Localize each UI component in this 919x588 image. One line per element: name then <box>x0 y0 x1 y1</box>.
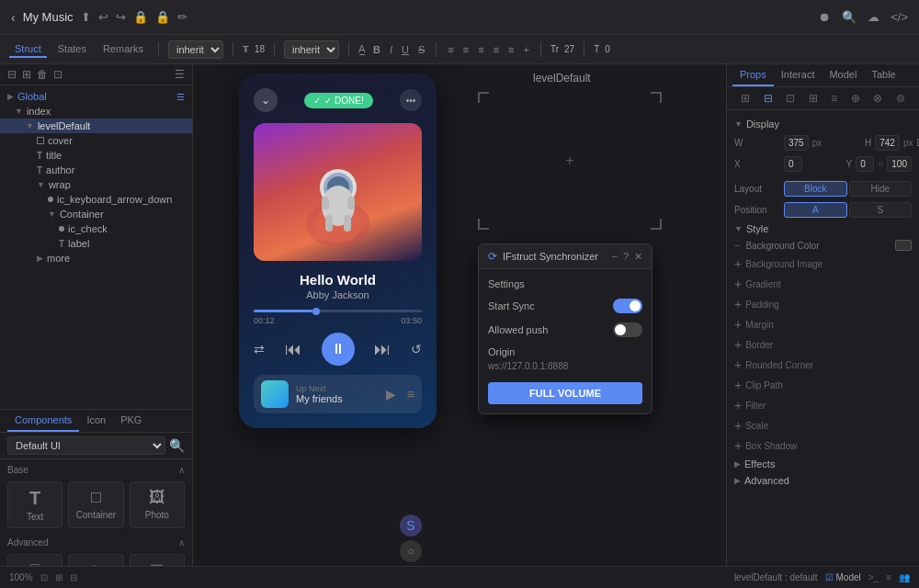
tree-item-global[interactable]: ▶ Global ☰ <box>0 89 192 104</box>
tab-interact[interactable]: Interact <box>774 64 823 86</box>
color-icon[interactable]: A̲ <box>358 43 366 55</box>
layout-block-btn[interactable]: Block <box>784 181 847 197</box>
tree-item-wrap[interactable]: ▼ wrap <box>0 177 192 192</box>
player-menu-button[interactable]: ••• <box>400 89 422 111</box>
close-button[interactable]: ✕ <box>634 251 642 263</box>
align-right-button[interactable]: ≡ <box>476 44 485 55</box>
align-mid-icon[interactable]: ≡ <box>831 92 837 105</box>
dist-h-icon[interactable]: ⊗ <box>873 92 882 105</box>
scale-row[interactable]: + Scale <box>727 415 919 435</box>
tab-table[interactable]: Table <box>864 64 902 86</box>
padding-row[interactable]: + Padding <box>727 294 919 314</box>
group-icon[interactable]: ⊞ <box>22 68 31 81</box>
tab-model[interactable]: Model <box>822 64 864 86</box>
layers-icon[interactable]: ⊟ <box>7 68 17 81</box>
tab-components[interactable]: Components <box>7 410 79 432</box>
comp-photo[interactable]: 🖼 Photo <box>130 481 185 528</box>
tab-icon[interactable]: Icon <box>79 410 113 432</box>
upload-icon[interactable]: ⬆ <box>81 10 91 24</box>
help-button[interactable]: ? <box>623 251 629 262</box>
x-input[interactable]: 0 <box>784 156 802 172</box>
s-icon-button[interactable]: S <box>400 514 422 537</box>
progress-bar[interactable] <box>254 310 422 312</box>
grid-icon[interactable]: ⊟ <box>70 572 77 582</box>
tree-item-ic-check[interactable]: ic_check <box>0 221 192 236</box>
tab-remarks[interactable]: Remarks <box>97 41 149 58</box>
edit-icon[interactable]: ✏ <box>177 10 187 24</box>
align-left-button[interactable]: ≡ <box>446 44 455 55</box>
align-left-icon[interactable]: ⊞ <box>741 92 750 105</box>
prev-button[interactable]: ⏮ <box>285 340 301 359</box>
align-top-icon[interactable]: ⊞ <box>809 92 818 105</box>
tree-item-author[interactable]: T author <box>0 163 192 177</box>
allowed-push-toggle[interactable] <box>613 322 642 337</box>
align-center-icon[interactable]: ⊟ <box>764 92 773 105</box>
tab-pkg[interactable]: PKG <box>113 410 149 432</box>
tree-item-leveldefault[interactable]: ▼ levelDefault <box>0 119 192 133</box>
position-s-btn[interactable]: S <box>849 202 913 218</box>
lock2-icon[interactable]: 🔒 <box>155 10 170 24</box>
dist-v-icon[interactable]: ⊚ <box>896 92 905 105</box>
tree-item-index[interactable]: ▼ index <box>0 104 192 119</box>
h-input[interactable]: 742 <box>875 135 900 151</box>
lock-icon[interactable]: 🔒 <box>133 10 148 24</box>
up-next-play-icon[interactable]: ▶ <box>386 387 396 401</box>
display-header[interactable]: ▼ Display <box>727 116 919 132</box>
w-input[interactable]: 375 <box>784 135 809 151</box>
style-header[interactable]: ▼ Style <box>727 220 919 237</box>
tab-states[interactable]: States <box>52 41 92 58</box>
repeat-button[interactable]: ↺ <box>411 342 422 356</box>
back-button[interactable]: ‹ <box>11 10 16 25</box>
trash-icon[interactable]: 🗑 <box>37 68 48 81</box>
inherit-select[interactable]: inherit <box>168 40 223 59</box>
y-input[interactable]: 0 <box>856 156 874 172</box>
box-shadow-row[interactable]: + Box Shadow <box>727 435 919 456</box>
add-element-button[interactable]: + <box>562 153 578 169</box>
comp-container[interactable]: □ Container <box>68 481 123 528</box>
advanced-header[interactable]: ▶ Advanced <box>727 472 919 489</box>
redo-icon[interactable]: ↪ <box>116 10 126 24</box>
users-icon[interactable]: 👥 <box>899 572 910 582</box>
align-right-icon[interactable]: ⊡ <box>786 92 795 105</box>
align-justify-button[interactable]: ≡ <box>492 44 501 55</box>
next-button[interactable]: ⏭ <box>374 340 391 359</box>
align-center-button[interactable]: ≡ <box>461 44 471 55</box>
margin-row[interactable]: + Margin <box>727 314 919 334</box>
zoom-level[interactable]: 100% <box>9 572 33 582</box>
bg-image-row[interactable]: + Background Image <box>727 254 919 274</box>
start-sync-toggle[interactable] <box>613 299 642 313</box>
tree-item-container[interactable]: ▼ Container <box>0 207 192 221</box>
search-icon[interactable]: 🔍 <box>842 10 857 24</box>
code-icon[interactable]: </> <box>891 10 908 24</box>
italic-button[interactable]: I <box>388 44 394 55</box>
bg-color-swatch[interactable] <box>895 240 912 251</box>
tree-item-cover[interactable]: cover <box>0 133 192 148</box>
gradient-row[interactable]: + Gradient <box>727 274 919 294</box>
tree-item-ic-keyboard[interactable]: ic_keyboard_arrow_down <box>0 192 192 207</box>
minimize-button[interactable]: − <box>611 251 617 262</box>
effects-header[interactable]: ▶ Effects <box>727 456 919 472</box>
shuffle-button[interactable]: ⇄ <box>254 342 265 356</box>
collapse-adv-icon[interactable]: ∧ <box>178 537 185 548</box>
up-next-menu-icon[interactable]: ≡ <box>407 387 414 401</box>
underline-button[interactable]: U <box>400 44 411 55</box>
position-a-btn[interactable]: A <box>784 202 847 218</box>
list-icon[interactable]: ≡ <box>886 572 891 582</box>
align-plus-button[interactable]: + <box>521 44 530 55</box>
tab-props[interactable]: Props <box>732 64 774 86</box>
opacity-input[interactable]: 100 <box>887 156 912 172</box>
tree-item-title[interactable]: T title <box>0 148 192 163</box>
frame-icon[interactable]: ⊡ <box>40 572 48 582</box>
search-icon[interactable]: 🔍 <box>169 438 185 453</box>
rounded-corner-row[interactable]: + Rounded Corner <box>727 355 919 375</box>
border-row[interactable]: + Border <box>727 334 919 355</box>
undo-icon[interactable]: ↩ <box>98 10 108 24</box>
checkbox-icon[interactable]: ☑ <box>825 572 834 582</box>
tree-item-label[interactable]: T label <box>0 236 192 251</box>
terminal-icon[interactable]: >_ <box>868 572 879 582</box>
full-volume-button[interactable]: FULL VOLUME <box>488 382 642 404</box>
strikethrough-button[interactable]: S <box>416 44 426 55</box>
tree-item-more[interactable]: ▶ more <box>0 251 192 266</box>
bold-button[interactable]: B <box>371 44 382 55</box>
align-extra-button[interactable]: ≡ <box>506 44 516 55</box>
